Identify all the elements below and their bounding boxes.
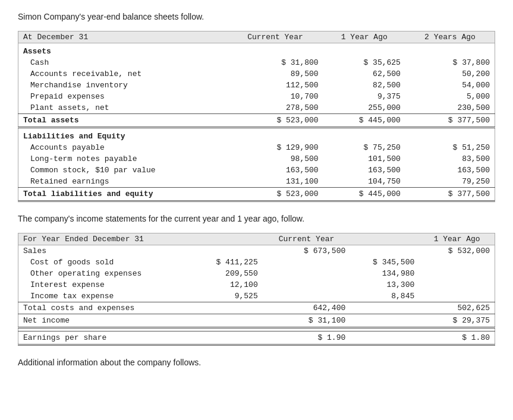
common-stock-label: Common stock, $10 par value bbox=[18, 165, 228, 176]
total-liabilities-c3: $ 377,500 bbox=[405, 188, 495, 201]
eps-row: Earnings per share $ 1.90 $ 1.80 bbox=[18, 331, 495, 345]
plant-label: Plant assets, net bbox=[18, 102, 228, 114]
eps-c1: $ 1.90 bbox=[263, 331, 351, 345]
sales-c2-sub bbox=[350, 245, 419, 257]
cash-label: Cash bbox=[18, 57, 228, 68]
interest-label: Interest expense bbox=[18, 279, 194, 290]
sales-row: Sales $ 673,500 $ 532,000 bbox=[18, 245, 495, 257]
eps-sub1 bbox=[194, 331, 263, 345]
plant-row: Plant assets, net 278,500 255,000 230,50… bbox=[18, 102, 495, 114]
common-stock-c3: 163,500 bbox=[405, 165, 495, 176]
total-costs-sub2 bbox=[350, 302, 419, 314]
assets-label: Assets bbox=[18, 43, 495, 58]
total-liabilities-row: Total liabilities and equity $ 523,000 $… bbox=[18, 188, 495, 201]
prepaid-label: Prepaid expenses bbox=[18, 91, 228, 102]
total-costs-label: Total costs and expenses bbox=[18, 302, 194, 314]
other-op-c1: 209,550 bbox=[194, 268, 263, 279]
total-assets-row: Total assets $ 523,000 $ 445,000 $ 377,5… bbox=[18, 114, 495, 128]
ltnp-label: Long-term notes payable bbox=[18, 153, 228, 165]
is-col2-header: 1 Year Ago bbox=[419, 233, 495, 245]
interest-row: Interest expense 12,100 13,300 bbox=[18, 279, 495, 290]
bs-col2-header: 1 Year Ago bbox=[323, 31, 405, 43]
tax-c2: 8,845 bbox=[350, 290, 419, 302]
eps-label: Earnings per share bbox=[18, 331, 194, 345]
liabilities-section-header: Liabilities and Equity bbox=[18, 128, 495, 143]
plant-c2: 255,000 bbox=[323, 102, 405, 114]
plant-c3: 230,500 bbox=[405, 102, 495, 114]
balance-sheet-header-row: At December 31 Current Year 1 Year Ago 2… bbox=[18, 31, 495, 43]
balance-sheet-table: At December 31 Current Year 1 Year Ago 2… bbox=[18, 31, 495, 202]
other-op-c2-total bbox=[419, 268, 495, 279]
inventory-c2: 82,500 bbox=[323, 80, 405, 91]
other-op-c2: 134,980 bbox=[350, 268, 419, 279]
cash-c3: $ 37,800 bbox=[405, 57, 495, 68]
ap-c1: $ 129,900 bbox=[227, 142, 323, 153]
bs-col3-header: 2 Years Ago bbox=[405, 31, 495, 43]
total-liabilities-c2: $ 445,000 bbox=[323, 188, 405, 201]
sales-c2: $ 532,000 bbox=[419, 245, 495, 257]
prepaid-row: Prepaid expenses 10,700 9,375 5,000 bbox=[18, 91, 495, 102]
ap-c2: $ 75,250 bbox=[323, 142, 405, 153]
prepaid-c3: 5,000 bbox=[405, 91, 495, 102]
bs-header-label: At December 31 bbox=[18, 31, 228, 43]
total-costs-c2: 502,625 bbox=[419, 302, 495, 314]
is-col1-sub bbox=[194, 233, 263, 245]
common-stock-c1: 163,500 bbox=[227, 165, 323, 176]
is-col2-sub bbox=[350, 233, 419, 245]
tax-c1-total bbox=[263, 290, 351, 302]
eps-c2: $ 1.80 bbox=[419, 331, 495, 345]
cash-c2: $ 35,625 bbox=[323, 57, 405, 68]
eps-sub2 bbox=[350, 331, 419, 345]
net-income-c1: $ 31,100 bbox=[263, 314, 351, 328]
tax-row: Income tax expense 9,525 8,845 bbox=[18, 290, 495, 302]
prepaid-c2: 9,375 bbox=[323, 91, 405, 102]
cogs-row: Cost of goods sold $ 411,225 $ 345,500 bbox=[18, 257, 495, 268]
tax-c2-total bbox=[419, 290, 495, 302]
interest-c1: 12,100 bbox=[194, 279, 263, 290]
retained-earnings-row: Retained earnings 131,100 104,750 79,250 bbox=[18, 176, 495, 188]
total-assets-c3: $ 377,500 bbox=[405, 114, 495, 128]
interest-c1-total bbox=[263, 279, 351, 290]
ar-c2: 62,500 bbox=[323, 68, 405, 80]
inventory-row: Merchandise inventory 112,500 82,500 54,… bbox=[18, 80, 495, 91]
net-income-sub1 bbox=[194, 314, 263, 328]
total-costs-sub1 bbox=[194, 302, 263, 314]
other-op-label: Other operating expenses bbox=[18, 268, 194, 279]
is-header-label: For Year Ended December 31 bbox=[18, 233, 194, 245]
ltnp-row: Long-term notes payable 98,500 101,500 8… bbox=[18, 153, 495, 165]
bs-col1-header: Current Year bbox=[227, 31, 323, 43]
tax-c1: 9,525 bbox=[194, 290, 263, 302]
section2-text: The company's income statements for the … bbox=[18, 214, 495, 223]
cogs-c1: $ 411,225 bbox=[194, 257, 263, 268]
ap-row: Accounts payable $ 129,900 $ 75,250 $ 51… bbox=[18, 142, 495, 153]
net-income-row: Net income $ 31,100 $ 29,375 bbox=[18, 314, 495, 328]
cash-c1: $ 31,800 bbox=[227, 57, 323, 68]
other-op-row: Other operating expenses 209,550 134,980 bbox=[18, 268, 495, 279]
net-income-c2: $ 29,375 bbox=[419, 314, 495, 328]
common-stock-c2: 163,500 bbox=[323, 165, 405, 176]
inventory-label: Merchandise inventory bbox=[18, 80, 228, 91]
ar-c3: 50,200 bbox=[405, 68, 495, 80]
common-stock-row: Common stock, $10 par value 163,500 163,… bbox=[18, 165, 495, 176]
total-costs-c1: 642,400 bbox=[263, 302, 351, 314]
sales-c1-sub bbox=[194, 245, 263, 257]
net-income-label: Net income bbox=[18, 314, 194, 328]
net-income-sub2 bbox=[350, 314, 419, 328]
additional-text: Additional information about the company… bbox=[18, 358, 495, 367]
ltnp-c3: 83,500 bbox=[405, 153, 495, 165]
plant-c1: 278,500 bbox=[227, 102, 323, 114]
cogs-c2: $ 345,500 bbox=[350, 257, 419, 268]
sales-label: Sales bbox=[18, 245, 194, 257]
ltnp-c2: 101,500 bbox=[323, 153, 405, 165]
total-assets-label: Total assets bbox=[18, 114, 228, 128]
total-costs-row: Total costs and expenses 642,400 502,625 bbox=[18, 302, 495, 314]
total-liabilities-c1: $ 523,000 bbox=[227, 188, 323, 201]
ap-label: Accounts payable bbox=[18, 142, 228, 153]
total-assets-c2: $ 445,000 bbox=[323, 114, 405, 128]
cash-row: Cash $ 31,800 $ 35,625 $ 37,800 bbox=[18, 57, 495, 68]
inventory-c3: 54,000 bbox=[405, 80, 495, 91]
retained-earnings-label: Retained earnings bbox=[18, 176, 228, 188]
sales-c1: $ 673,500 bbox=[263, 245, 351, 257]
is-col1-header: Current Year bbox=[263, 233, 351, 245]
interest-c2: 13,300 bbox=[350, 279, 419, 290]
